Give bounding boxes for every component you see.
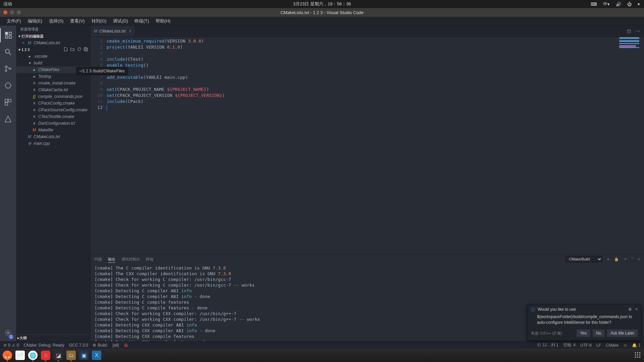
- tree-file[interactable]: ≡CPackConfig.cmake: [16, 100, 90, 107]
- explorer-title: 资源管理器: [16, 25, 90, 33]
- tree-file[interactable]: ≡CPackSourceConfig.cmake: [16, 107, 90, 113]
- lock-scroll-icon[interactable]: 🔒: [614, 257, 619, 261]
- tree-file[interactable]: ≡CTestTestfile.cmake: [16, 113, 90, 120]
- status-problems[interactable]: ⊘ 0 ⚠ 0: [3, 343, 19, 348]
- tree-folder[interactable]: ▾ build: [16, 60, 90, 66]
- panel-maximize-icon[interactable]: ˄: [631, 257, 633, 261]
- tray-chevron-icon[interactable]: ▾: [638, 2, 640, 7]
- panel-close-icon[interactable]: ×: [638, 257, 640, 261]
- status-bell-icon[interactable]: 🔔 1: [632, 343, 641, 348]
- clear-output-icon[interactable]: ≡: [607, 257, 609, 261]
- tab-close-icon[interactable]: ×: [129, 29, 131, 34]
- tree-file[interactable]: ≡cmake_install.cmake: [16, 80, 90, 86]
- panel-tab[interactable]: 调试控制台: [121, 256, 140, 262]
- menu-item[interactable]: 转到(G): [89, 17, 109, 25]
- tree-file[interactable]: {}compile_commands.json: [16, 93, 90, 100]
- status-build[interactable]: ⚙ Build:: [93, 343, 108, 348]
- dock-firefox-icon[interactable]: 🦊: [3, 351, 12, 360]
- window-close-button[interactable]: [3, 10, 7, 14]
- cmake-file-icon: M: [27, 40, 32, 46]
- workspace-section[interactable]: ▾1 2 3: [16, 46, 90, 53]
- minimap[interactable]: [617, 37, 644, 254]
- toast-close-icon[interactable]: ×: [635, 307, 638, 313]
- panel-tab[interactable]: 终端: [146, 256, 153, 262]
- menu-item[interactable]: 终端(T): [132, 17, 152, 25]
- clock[interactable]: 3月23日 星期六，19：58：36: [293, 1, 351, 7]
- toast-button[interactable]: Ask Me Later: [607, 329, 638, 337]
- volume-icon[interactable]: 🔊: [616, 2, 621, 7]
- window-titlebar: CMakeLists.txt - 1 2 3 - Visual Studio C…: [0, 8, 644, 17]
- menu-item[interactable]: 选择(S): [46, 17, 66, 25]
- open-editors-section[interactable]: ▾打开的编辑器: [16, 33, 90, 40]
- debug-activity-icon[interactable]: [0, 78, 16, 93]
- keyboard-indicator-icon[interactable]: ⌨: [591, 2, 597, 7]
- refresh-icon[interactable]: [77, 47, 82, 52]
- source-control-activity-icon[interactable]: [0, 62, 16, 76]
- tree-folder[interactable]: ▸ .vscode: [16, 53, 90, 60]
- search-activity-icon[interactable]: [0, 45, 16, 59]
- tree-label: CMakeLists.txt: [34, 134, 60, 139]
- menu-item[interactable]: 查看(V): [67, 17, 87, 25]
- activities-button[interactable]: 活动: [0, 1, 12, 7]
- editor-tab[interactable]: M CMakeLists.txt ×: [91, 25, 135, 37]
- collapse-all-icon[interactable]: [84, 47, 88, 52]
- status-encoding[interactable]: UTF-8: [580, 343, 592, 348]
- cmake-activity-icon[interactable]: [0, 112, 16, 126]
- extensions-activity-icon[interactable]: [0, 95, 16, 109]
- status-cursor[interactable]: 行 12，列 1: [537, 342, 558, 348]
- menu-item[interactable]: 文件(F): [4, 17, 24, 25]
- window-maximize-button[interactable]: [17, 10, 21, 14]
- show-apps-icon[interactable]: [634, 351, 641, 360]
- tree-file[interactable]: MMakefile: [16, 127, 90, 133]
- output-channel-select[interactable]: CMake/Build: [565, 256, 602, 262]
- file-icon: ≡: [32, 107, 37, 113]
- status-kit[interactable]: GCC 7.3.0: [69, 343, 88, 348]
- toast-button[interactable]: Yes: [577, 329, 590, 337]
- dock-cube-icon[interactable]: ▣: [79, 351, 89, 360]
- open-editor-item[interactable]: × M CMakeLists.txt: [16, 40, 90, 46]
- new-file-icon[interactable]: [63, 47, 68, 52]
- svg-rect-7: [8, 99, 11, 102]
- status-spaces[interactable]: 空格: 4: [563, 342, 576, 348]
- new-folder-icon[interactable]: [70, 47, 75, 52]
- split-editor-icon[interactable]: ◫: [627, 28, 631, 34]
- panel-tab[interactable]: 输出: [108, 256, 115, 263]
- dock-netease-icon[interactable]: ♫: [41, 351, 50, 360]
- menu-item[interactable]: 调试(D): [110, 17, 130, 25]
- dock-files-icon[interactable]: 🗂: [66, 351, 76, 360]
- status-feedback-icon[interactable]: ☺: [623, 343, 627, 348]
- dock-chrome-icon[interactable]: 🌐: [28, 351, 38, 360]
- menu-item[interactable]: 编辑(E): [25, 17, 45, 25]
- settings-gear-icon[interactable]: 1: [0, 326, 16, 340]
- dock-vscode-icon[interactable]: ◪: [54, 351, 63, 360]
- outline-section[interactable]: ▸大纲: [16, 335, 90, 341]
- info-icon: ⓘ: [531, 307, 535, 313]
- menu-item[interactable]: 帮助(H): [153, 17, 173, 25]
- toast-button[interactable]: No: [593, 329, 604, 337]
- open-log-icon[interactable]: ↗: [624, 257, 627, 261]
- more-actions-icon[interactable]: ⋯: [636, 28, 640, 34]
- status-eol[interactable]: LF: [596, 343, 601, 348]
- dock-libreoffice-icon[interactable]: 📄: [15, 351, 25, 360]
- power-icon[interactable]: ⏻: [627, 2, 632, 7]
- dock-xmind-icon[interactable]: X: [92, 351, 101, 360]
- svg-point-0: [5, 49, 9, 53]
- window-minimize-button[interactable]: [10, 10, 14, 14]
- tree-file[interactable]: ≡CMakeCache.txt: [16, 86, 90, 93]
- svg-point-12: [635, 352, 636, 353]
- tree-file[interactable]: MCMakeLists.txt: [16, 133, 90, 140]
- toast-gear-icon[interactable]: ⚙: [628, 307, 632, 313]
- status-debug-icon[interactable]: 🐞: [123, 343, 128, 348]
- status-language[interactable]: CMake: [606, 343, 619, 348]
- svg-point-15: [635, 354, 636, 356]
- explorer-activity-icon[interactable]: [0, 28, 16, 42]
- ime-indicator[interactable]: 中 ▾: [603, 1, 610, 7]
- status-cmake[interactable]: CMake: Debug: Ready: [23, 343, 64, 348]
- panel-tab[interactable]: 问题: [95, 256, 102, 262]
- tree-file[interactable]: ≡DartConfiguration.tcl: [16, 120, 90, 127]
- close-icon[interactable]: ×: [22, 41, 27, 45]
- status-target[interactable]: [all]: [113, 343, 119, 348]
- tree-file[interactable]: ⊕main.cpp: [16, 140, 90, 147]
- svg-point-2: [5, 66, 7, 68]
- code-editor[interactable]: 123456789101112 cmake_minimum_required(V…: [91, 37, 644, 254]
